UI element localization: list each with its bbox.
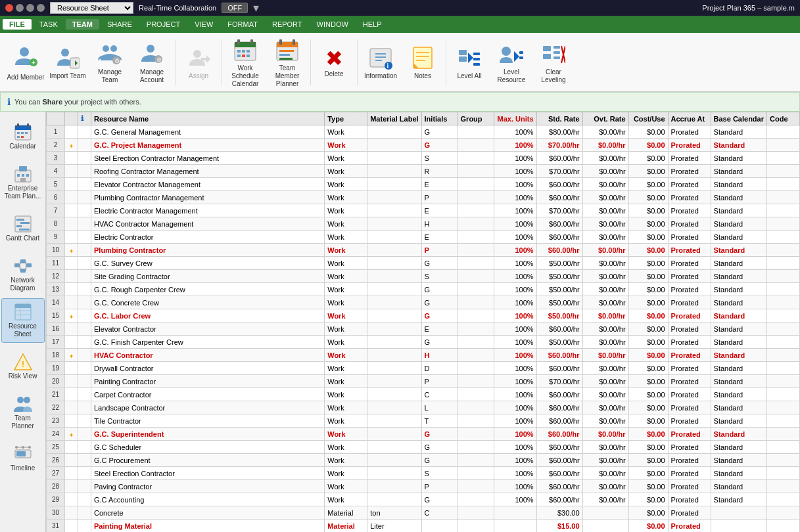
resource-name[interactable]: Elevator Contractor	[91, 322, 325, 336]
ovt-rate[interactable]: $0.00/hr	[582, 428, 628, 441]
resource-type[interactable]: Work	[325, 178, 367, 191]
work-schedule-button[interactable]: Work Schedule Calendar	[225, 37, 266, 88]
ovt-rate[interactable]: $0.00/hr	[582, 441, 628, 454]
material-label[interactable]	[367, 152, 421, 165]
code[interactable]	[767, 270, 800, 283]
resource-type[interactable]: Work	[325, 362, 367, 375]
table-row[interactable]: 22 Landscape Contractor Work L 100% $60.…	[47, 401, 800, 414]
menu-file[interactable]: FILE	[3, 19, 32, 30]
resource-type[interactable]: Work	[325, 467, 367, 480]
cost-use[interactable]: $0.00	[628, 191, 668, 204]
resource-name[interactable]: G.C. Concrete Crew	[91, 296, 325, 309]
std-rate[interactable]: $70.00/hr	[536, 375, 582, 388]
code[interactable]	[767, 349, 800, 362]
sidebar-item-resource-sheet[interactable]: Resource Sheet	[1, 298, 45, 343]
group[interactable]	[458, 139, 494, 152]
resource-name[interactable]: Paving Contractor	[91, 480, 325, 493]
resource-name[interactable]: G.C. Rough Carpenter Crew	[91, 283, 325, 296]
code[interactable]	[767, 309, 800, 322]
group[interactable]	[458, 467, 494, 480]
code[interactable]	[767, 454, 800, 467]
initials[interactable]: D	[421, 362, 458, 375]
cost-use[interactable]: $0.00	[628, 178, 668, 191]
std-rate[interactable]: $60.00/hr	[536, 152, 582, 165]
std-rate[interactable]: $15.00	[536, 520, 582, 533]
std-rate[interactable]: $70.00/hr	[536, 204, 582, 217]
ovt-rate[interactable]: $0.00/hr	[582, 244, 628, 257]
code[interactable]	[767, 178, 800, 191]
initials[interactable]: H	[421, 217, 458, 231]
cost-use[interactable]: $0.00	[628, 375, 668, 388]
team-planner-button[interactable]: Team Member Planner	[267, 37, 308, 88]
max-units[interactable]: 100%	[494, 191, 536, 204]
max-units[interactable]: 100%	[494, 244, 536, 257]
material-label[interactable]	[367, 336, 421, 349]
table-row[interactable]: 5 Elevator Contractor Management Work E …	[47, 178, 800, 191]
resource-type[interactable]: Work	[325, 493, 367, 506]
max-units[interactable]: 100%	[494, 375, 536, 388]
resource-type[interactable]: Material	[325, 506, 367, 520]
accrue-at[interactable]: Prorated	[668, 362, 711, 375]
table-row[interactable]: 14 G.C. Concrete Crew Work G 100% $50.00…	[47, 296, 800, 309]
group[interactable]	[458, 165, 494, 178]
material-label[interactable]	[367, 244, 421, 257]
initials[interactable]: H	[421, 349, 458, 362]
base-calendar[interactable]: Standard	[711, 401, 766, 414]
max-units[interactable]: 100%	[494, 217, 536, 231]
cost-use[interactable]: $0.00	[628, 231, 668, 244]
initials[interactable]: E	[421, 322, 458, 336]
resource-name[interactable]: Carpet Contractor	[91, 388, 325, 401]
resource-name[interactable]: G.C. Labor Crew	[91, 309, 325, 322]
group[interactable]	[458, 454, 494, 467]
code[interactable]	[767, 244, 800, 257]
table-row[interactable]: 23 Tile Contractor Work T 100% $60.00/hr…	[47, 414, 800, 428]
code[interactable]	[767, 441, 800, 454]
material-label[interactable]	[367, 178, 421, 191]
material-label[interactable]	[367, 231, 421, 244]
ovt-rate[interactable]: $0.00/hr	[582, 191, 628, 204]
redo-button-circle[interactable]	[37, 4, 45, 12]
material-label[interactable]: ton	[367, 506, 421, 520]
std-rate[interactable]: $60.00/hr	[536, 441, 582, 454]
max-units[interactable]: 100%	[494, 414, 536, 428]
accrue-at[interactable]: Prorated	[668, 349, 711, 362]
ovt-rate[interactable]: $0.00/hr	[582, 204, 628, 217]
accrue-at[interactable]: Prorated	[668, 454, 711, 467]
resource-name[interactable]: Steel Erection Contractor	[91, 467, 325, 480]
group[interactable]	[458, 506, 494, 520]
max-units[interactable]: 100%	[494, 493, 536, 506]
max-units[interactable]: 100%	[494, 152, 536, 165]
material-label[interactable]	[367, 283, 421, 296]
sidebar-item-team-planner[interactable]: Team Planner	[1, 390, 45, 435]
col-header-group[interactable]: Group	[458, 112, 494, 125]
base-calendar[interactable]: Standard	[711, 375, 766, 388]
table-row[interactable]: 16 Elevator Contractor Work E 100% $60.0…	[47, 322, 800, 336]
group[interactable]	[458, 414, 494, 428]
resource-name[interactable]: G.C. Survey Crew	[91, 257, 325, 270]
code[interactable]	[767, 480, 800, 493]
group[interactable]	[458, 191, 494, 204]
std-rate[interactable]: $50.00/hr	[536, 283, 582, 296]
accrue-at[interactable]: Prorated	[668, 244, 711, 257]
initials[interactable]: G	[421, 493, 458, 506]
group[interactable]	[458, 152, 494, 165]
resource-type[interactable]: Work	[325, 441, 367, 454]
ovt-rate[interactable]: $0.00/hr	[582, 152, 628, 165]
code[interactable]	[767, 296, 800, 309]
max-units[interactable]: 100%	[494, 178, 536, 191]
resource-name[interactable]: Steel Erection Contractor Management	[91, 152, 325, 165]
accrue-at[interactable]: Prorated	[668, 152, 711, 165]
accrue-at[interactable]: Prorated	[668, 309, 711, 322]
initials[interactable]: L	[421, 401, 458, 414]
base-calendar[interactable]	[711, 520, 766, 533]
code[interactable]	[767, 191, 800, 204]
accrue-at[interactable]: Prorated	[668, 388, 711, 401]
base-calendar[interactable]	[711, 506, 766, 520]
table-row[interactable]: 2 ⬧ G.C. Project Management Work G 100% …	[47, 139, 800, 152]
table-row[interactable]: 13 G.C. Rough Carpenter Crew Work G 100%…	[47, 283, 800, 296]
base-calendar[interactable]: Standard	[711, 283, 766, 296]
max-units[interactable]: 100%	[494, 467, 536, 480]
collab-dropdown-icon[interactable]: ▾	[253, 1, 259, 15]
accrue-at[interactable]: Prorated	[668, 125, 711, 139]
menu-report[interactable]: REPORT	[266, 19, 309, 30]
